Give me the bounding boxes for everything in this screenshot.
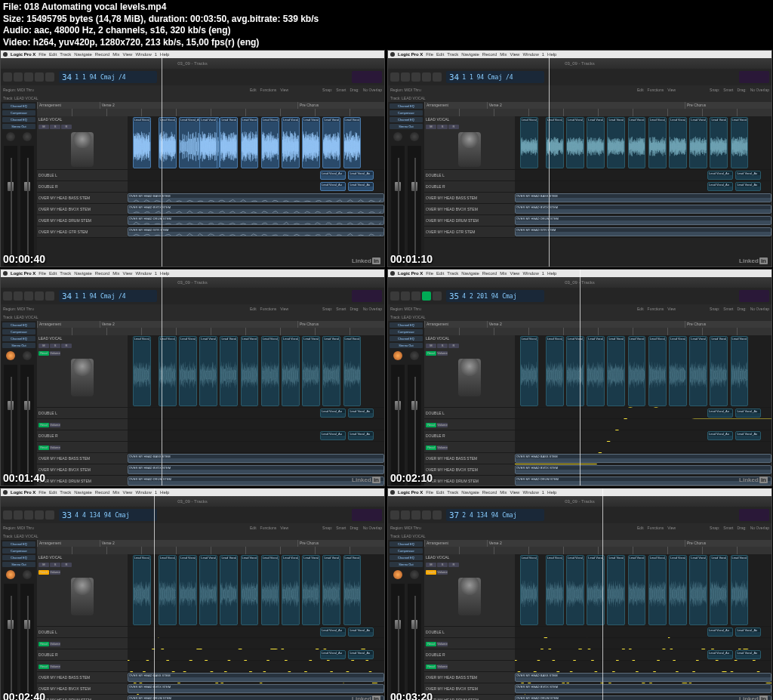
toolbar-menu[interactable]: View — [280, 307, 288, 311]
apple-icon[interactable] — [3, 271, 8, 276]
rewind-button[interactable] — [390, 72, 399, 82]
bar-ruler[interactable] — [37, 328, 384, 335]
pan-knob[interactable] — [410, 351, 419, 360]
play-button[interactable] — [35, 510, 44, 520]
drag-value[interactable]: No Overlap — [750, 526, 769, 530]
volume-fader[interactable] — [20, 146, 34, 267]
insert-slot[interactable]: Channel EQ — [390, 541, 423, 547]
insert-slot[interactable]: Channel EQ — [2, 117, 35, 122]
menu-item[interactable]: View — [510, 271, 520, 276]
menu-item[interactable]: Track — [447, 52, 458, 57]
toolbar-menu[interactable]: Edit — [637, 88, 644, 92]
toolbar-menu[interactable]: Functions — [260, 88, 277, 92]
menu-item[interactable]: Navigate — [74, 52, 92, 57]
menu-item[interactable]: Track — [60, 52, 71, 57]
tracks-area[interactable]: LEAD VOCAL MSR ReadVolume Lead Vocal_AuL… — [37, 335, 384, 486]
record-button[interactable] — [45, 291, 54, 301]
stop-button[interactable] — [411, 72, 420, 82]
apple-icon[interactable] — [3, 52, 8, 57]
macos-menubar[interactable]: Logic Pro X FileEditTrackNavigateRecordM… — [1, 489, 384, 496]
lcd-display[interactable]: 372 4 134 94 Cmaj — [446, 509, 544, 521]
toolbar-menu[interactable]: Edit — [250, 307, 257, 311]
toolbar-menu[interactable]: View — [667, 526, 676, 530]
insert-slot[interactable]: Channel EQ — [390, 336, 423, 341]
output-slot[interactable]: Stereo Out — [2, 343, 35, 348]
stop-button[interactable] — [24, 510, 33, 520]
track-lane-lead[interactable]: Lead Vocal_AuLead Vocal_AuLead Vocal_AuL… — [128, 554, 384, 626]
volume-fader[interactable] — [408, 146, 421, 267]
tracks-area[interactable]: LEAD VOCAL MSR TouchVolume Lead Vocal_Au… — [424, 554, 771, 700]
menu-item[interactable]: View — [123, 271, 133, 276]
toolbar-menu[interactable]: Functions — [260, 307, 277, 311]
macos-menubar[interactable]: Logic Pro X FileEditTrackNavigateRecordM… — [388, 489, 771, 496]
output-slot[interactable]: Stereo Out — [2, 562, 35, 567]
menu-item[interactable]: 1 — [542, 490, 544, 495]
menu-item[interactable]: Edit — [436, 271, 444, 276]
insert-slot[interactable]: Channel EQ — [2, 336, 35, 341]
menu-item[interactable]: 1 — [542, 271, 544, 276]
menu-item[interactable]: Navigate — [74, 490, 92, 495]
pan-knob[interactable] — [410, 570, 419, 579]
menu-item[interactable]: Window — [135, 271, 151, 276]
menu-item[interactable]: Record — [95, 490, 109, 495]
pan-knob[interactable] — [6, 570, 15, 579]
drag-value[interactable]: No Overlap — [363, 307, 382, 311]
apple-icon[interactable] — [390, 490, 395, 495]
menu-item[interactable]: Window — [135, 52, 151, 57]
lcd-tempo[interactable] — [352, 290, 382, 302]
rewind-button[interactable] — [3, 72, 12, 82]
record-button[interactable] — [433, 291, 442, 301]
pan-knob[interactable] — [6, 132, 15, 141]
bar-ruler[interactable] — [37, 547, 384, 554]
toolbar-menu[interactable]: Edit — [250, 88, 257, 92]
toolbar-menu[interactable]: Functions — [648, 526, 664, 530]
play-button[interactable] — [35, 291, 44, 301]
lcd-tempo[interactable] — [739, 290, 769, 302]
menu-item[interactable]: Window — [522, 490, 538, 495]
menu-item[interactable]: Window — [135, 490, 151, 495]
toolbar-menu[interactable]: Edit — [250, 526, 257, 530]
menu-item[interactable]: 1 — [155, 52, 157, 57]
insert-slot[interactable]: Channel EQ — [2, 103, 35, 109]
pan-knob[interactable] — [23, 570, 32, 579]
toolbar-menu[interactable]: Edit — [637, 526, 644, 530]
bar-ruler[interactable] — [37, 109, 384, 116]
menu-item[interactable]: 1 — [542, 52, 544, 57]
play-button[interactable] — [422, 72, 431, 82]
toolbar-menu[interactable]: View — [280, 88, 288, 92]
track-header-lead[interactable]: LEAD VOCAL MSR ReadVolume — [424, 335, 515, 407]
menu-item[interactable]: Track — [447, 271, 458, 276]
menu-item[interactable]: Mix — [112, 271, 119, 276]
tracks-area[interactable]: LEAD VOCAL MSR Lead Vocal_AuLead Vocal_A… — [424, 116, 771, 267]
arrangement-track[interactable]: Arrangement Verse 2 Pre Chorus — [37, 102, 384, 109]
menu-item[interactable]: File — [426, 52, 433, 57]
menu-item[interactable]: Edit — [436, 52, 444, 57]
arrangement-track[interactable]: Arrangement Verse 2 Pre Chorus — [424, 102, 771, 109]
menu-item[interactable]: 1 — [155, 271, 157, 276]
volume-fader[interactable] — [408, 365, 421, 486]
volume-fader[interactable] — [4, 584, 17, 700]
track-lane-lead[interactable]: Lead Vocal_AuLead Vocal_AuLead Vocal_AuL… — [515, 116, 771, 169]
drag-value[interactable]: No Overlap — [750, 307, 769, 311]
drag-value[interactable]: No Overlap — [363, 526, 382, 530]
insert-slot[interactable]: Channel EQ — [2, 555, 35, 560]
track-lane-lead[interactable]: Lead Vocal_AuLead Vocal_AuLead Vocal_AuL… — [515, 554, 771, 626]
forward-button[interactable] — [401, 72, 410, 82]
rewind-button[interactable] — [390, 510, 399, 520]
macos-menubar[interactable]: Logic Pro X FileEditTrackNavigateRecordM… — [388, 51, 771, 58]
insert-slot[interactable]: Channel EQ — [390, 117, 423, 122]
tracks-area[interactable]: LEAD VOCAL MSR Lead Vocal_AuLead Vocal_A… — [37, 116, 384, 267]
forward-button[interactable] — [401, 291, 410, 301]
pan-knob[interactable] — [393, 132, 402, 141]
insert-slot[interactable]: Compressor — [390, 110, 423, 116]
insert-slot[interactable]: Compressor — [2, 329, 35, 335]
toolbar-menu[interactable]: Edit — [637, 307, 644, 311]
rewind-button[interactable] — [390, 291, 399, 301]
track-header-lead[interactable]: LEAD VOCAL MSR TouchVolume — [37, 554, 128, 626]
menu-item[interactable]: View — [123, 52, 133, 57]
playhead[interactable] — [602, 489, 603, 700]
volume-fader[interactable] — [408, 584, 421, 700]
snap-value[interactable]: Smart — [723, 307, 733, 311]
menu-item[interactable]: Record — [95, 52, 109, 57]
playhead[interactable] — [580, 270, 581, 486]
